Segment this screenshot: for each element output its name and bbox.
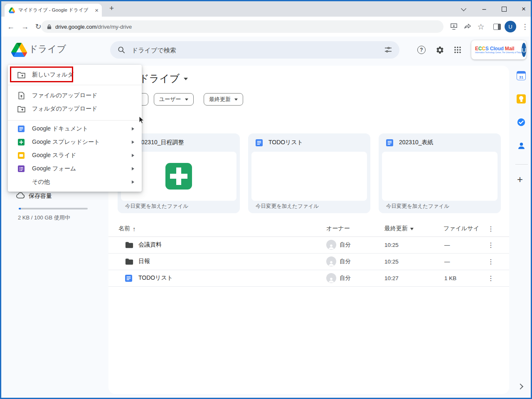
apps-grid-icon[interactable] <box>452 44 463 56</box>
forward-button[interactable]: → <box>19 17 31 37</box>
forms-icon <box>17 165 25 172</box>
docs-icon <box>17 126 25 132</box>
app-name: ドライブ <box>29 43 66 55</box>
owner-name: 自分 <box>340 236 351 253</box>
owner-avatar <box>326 270 336 286</box>
table-row[interactable]: 日報 自分 10:25 — ⋮ <box>108 253 509 270</box>
row-more-icon[interactable]: ⋮ <box>488 270 494 286</box>
drive-logo-icon[interactable] <box>11 43 27 57</box>
docs-file-icon <box>256 139 263 146</box>
storage-progressbar <box>19 208 88 209</box>
modified-time: 10:25 <box>384 253 399 270</box>
bookmark-star-icon[interactable]: ☆ <box>475 17 487 37</box>
menu-item-google-slides[interactable]: Google スライド <box>8 148 142 163</box>
search-icon <box>118 46 125 54</box>
file-name: TODOリスト <box>138 270 173 286</box>
search-options-icon[interactable] <box>384 47 392 53</box>
browser-tab[interactable]: マイドライブ - Google ドライブ × <box>5 4 102 17</box>
browser-window: マイドライブ - Google ドライブ × + – × ← → ↻ drive… <box>0 0 532 399</box>
menu-item-folder-upload[interactable]: フォルダのアップロード <box>8 101 142 116</box>
tab-search-icon[interactable] <box>456 1 470 17</box>
menu-item-google-sheets[interactable]: Google スプレッドシート <box>8 135 142 150</box>
docs-file-icon <box>125 270 132 286</box>
row-more-icon[interactable]: ⋮ <box>488 253 494 270</box>
menu-divider <box>8 120 142 121</box>
title-dropdown-icon[interactable] <box>184 78 188 82</box>
lock-icon <box>47 24 52 30</box>
folder-icon <box>125 253 133 270</box>
card-reason: 今日変更を加えたファイル <box>125 203 188 210</box>
owner-name: 自分 <box>340 270 351 286</box>
help-icon[interactable]: ? <box>416 44 427 56</box>
drive-profile-avatar[interactable]: U <box>522 43 526 57</box>
folder-upload-icon <box>17 106 25 113</box>
column-size[interactable]: ファイルサイ <box>443 225 479 232</box>
storage-usage: 2 KB / 100 GB 使用中 <box>18 214 70 222</box>
install-app-icon[interactable] <box>448 17 460 37</box>
file-upload-icon <box>17 92 25 99</box>
filter-chip-modified[interactable]: 最終更新 <box>204 93 243 106</box>
menu-item-more[interactable]: その他 <box>8 175 142 190</box>
docs-file-icon <box>386 139 393 146</box>
table-row[interactable]: TODOリスト 自分 10:27 1 KB ⋮ <box>108 270 509 287</box>
cloud-storage-icon <box>16 192 25 199</box>
close-window-button[interactable]: × <box>517 1 531 17</box>
folder-icon <box>125 236 133 253</box>
card-reason: 今日変更を加えたファイル <box>256 203 319 210</box>
menu-item-file-upload[interactable]: ファイルのアップロード <box>8 88 142 103</box>
column-modified[interactable]: 最終更新 <box>384 225 414 232</box>
row-more-icon[interactable]: ⋮ <box>488 236 494 253</box>
keep-icon[interactable] <box>516 94 527 104</box>
table-header: 名前 ↑ オーナー 最終更新 ファイルサイ ⋮ <box>108 222 509 237</box>
modified-time: 10:27 <box>384 270 399 286</box>
back-button[interactable]: ← <box>5 17 17 37</box>
submenu-arrow-icon <box>132 140 136 144</box>
table-row[interactable]: 会議資料 自分 10:25 — ⋮ <box>108 236 509 254</box>
storage-label[interactable]: 保存容量 <box>29 192 52 200</box>
side-panel-icon[interactable] <box>491 17 503 37</box>
column-owner[interactable]: オーナー <box>326 225 350 232</box>
sheets-logo-large <box>165 163 192 190</box>
main-content-panel: マイドライブ 種類 ユーザー 最終更新 202310_日程調整 今日変更を加えた… <box>108 66 509 394</box>
mouse-cursor <box>139 116 145 124</box>
tab-title: マイドライブ - Google ドライブ <box>18 7 95 13</box>
header-more-icon[interactable]: ⋮ <box>488 225 494 233</box>
menu-item-google-docs[interactable]: Google ドキュメント <box>8 121 142 136</box>
calendar-icon[interactable]: 31 <box>516 70 527 81</box>
maximize-button[interactable] <box>497 1 511 17</box>
annotation-highlight-box <box>10 66 73 82</box>
owner-avatar <box>326 236 336 253</box>
menu-item-google-forms[interactable]: Google フォーム <box>8 161 142 176</box>
tab-close-icon[interactable]: × <box>95 7 99 13</box>
minimize-button[interactable]: – <box>477 1 491 17</box>
modified-time: 10:25 <box>384 236 399 253</box>
search-input[interactable] <box>131 46 379 54</box>
slides-icon <box>17 152 25 159</box>
tasks-icon[interactable] <box>516 117 527 128</box>
browser-menu-icon[interactable]: ⋮ <box>519 17 531 37</box>
file-preview <box>382 152 498 201</box>
browser-titlebar: マイドライブ - Google ドライブ × + – × <box>1 1 531 17</box>
browser-toolbar: ← → ↻ drive.google.com/drive/my-drive ☆ … <box>1 17 531 37</box>
address-bar[interactable]: drive.google.com/drive/my-drive <box>41 20 443 33</box>
contacts-icon[interactable] <box>516 140 527 151</box>
file-card[interactable]: TODOリスト 今日変更を加えたファイル <box>248 133 370 213</box>
settings-gear-icon[interactable] <box>434 44 446 56</box>
submenu-arrow-icon <box>132 167 136 170</box>
search-bar[interactable] <box>110 41 399 59</box>
owner-avatar <box>326 253 336 270</box>
strip-divider <box>515 164 528 165</box>
column-name[interactable]: 名前 ↑ <box>118 225 136 232</box>
filter-chip-user[interactable]: ユーザー <box>154 93 194 106</box>
menu-divider <box>8 85 142 85</box>
submenu-arrow-icon <box>132 154 136 157</box>
sort-down-icon <box>410 228 414 232</box>
submenu-arrow-icon <box>132 180 136 184</box>
get-addons-icon[interactable]: + <box>517 174 523 185</box>
account-button[interactable]: ECCS Cloud Mail Information Technology C… <box>471 40 526 59</box>
browser-profile-avatar[interactable]: U <box>505 21 516 32</box>
new-tab-button[interactable]: + <box>109 4 114 13</box>
file-name: 会議資料 <box>138 236 162 253</box>
file-card[interactable]: 202310_表紙 今日変更を加えたファイル <box>379 133 501 213</box>
share-icon[interactable] <box>461 17 474 37</box>
